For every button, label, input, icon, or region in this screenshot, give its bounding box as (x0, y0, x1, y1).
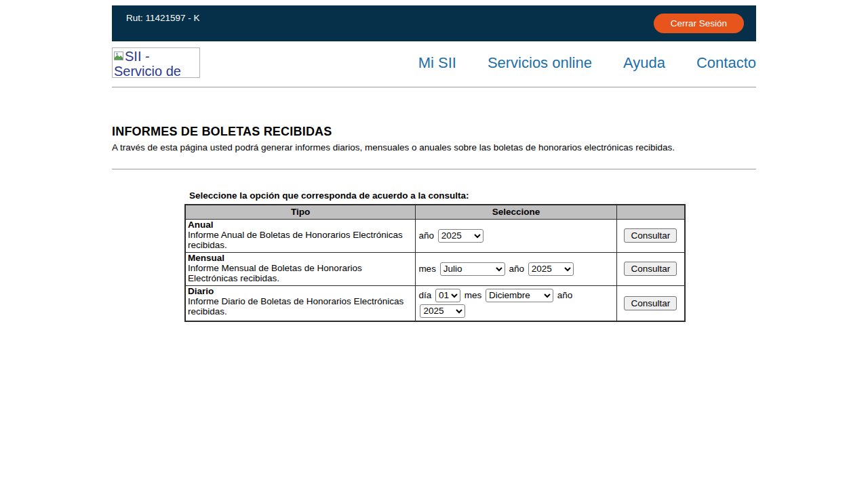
anual-select-cell: año 2025 (416, 219, 616, 252)
consult-table: Tipo Seleccione Anual Informe Anual de B… (184, 204, 686, 322)
diario-month-select[interactable]: Diciembre (486, 289, 553, 302)
diario-year-row: 2025 (418, 304, 613, 319)
diario-month-label: mes (465, 290, 482, 300)
header-divider (112, 87, 756, 87)
col-header-tipo: Tipo (185, 205, 416, 219)
table-row-anual: Anual Informe Anual de Boletas de Honora… (185, 219, 685, 252)
sii-logo-link[interactable]: SII - Servicio de (112, 47, 200, 78)
section-divider (112, 169, 756, 169)
anual-type-label: Anual (188, 220, 214, 230)
mensual-year-label: año (509, 264, 524, 274)
session-bar: Rut: 11421597 - K Cerrar Sesión (112, 5, 756, 41)
nav-contacto[interactable]: Contacto (696, 54, 756, 72)
mensual-year-select[interactable]: 2025 (528, 262, 574, 276)
diario-action-cell: Consultar (616, 285, 685, 321)
mensual-month-select[interactable]: Julio (440, 262, 505, 276)
consult-prompt: Seleccione la opción que corresponda de … (189, 190, 686, 201)
logout-button[interactable]: Cerrar Sesión (654, 14, 744, 33)
anual-action-cell: Consultar (616, 219, 685, 252)
mensual-tipo-cell: Mensual Informe Mensual de Boletas de Ho… (185, 252, 416, 285)
main-nav: Mi SII Servicios online Ayuda Contacto (418, 54, 756, 72)
mensual-month-label: mes (418, 264, 436, 274)
anual-type-description: Informe Anual de Boletas de Honorarios E… (188, 230, 403, 250)
mensual-type-description: Informe Mensual de Boletas de Honorarios… (188, 263, 362, 283)
page-container: Rut: 11421597 - K Cerrar Sesión SII - Se… (112, 5, 756, 322)
broken-image-icon (114, 50, 124, 64)
anual-consultar-button[interactable]: Consultar (624, 228, 677, 243)
mensual-type-label: Mensual (188, 253, 224, 263)
mensual-select-cell: mes Julio año 2025 (416, 252, 616, 285)
diario-year-label: año (557, 290, 573, 300)
anual-year-select[interactable]: 2025 (438, 229, 484, 243)
anual-tipo-cell: Anual Informe Anual de Boletas de Honora… (185, 219, 416, 252)
diario-consultar-button[interactable]: Consultar (624, 296, 677, 310)
consult-section: Seleccione la opción que corresponda de … (184, 190, 686, 322)
diario-type-description: Informe Diario de Boletas de Honorarios … (188, 296, 403, 317)
nav-ayuda[interactable]: Ayuda (623, 54, 665, 72)
diario-day-label: día (418, 290, 431, 300)
mensual-action-cell: Consultar (616, 252, 685, 285)
diario-day-select[interactable]: 01 (435, 289, 460, 302)
header-row: SII - Servicio de Mi SII Servicios onlin… (112, 41, 756, 85)
table-row-mensual: Mensual Informe Mensual de Boletas de Ho… (185, 252, 685, 285)
table-header-row: Tipo Seleccione (185, 205, 685, 219)
diario-year-select[interactable]: 2025 (420, 304, 465, 318)
page-description: A través de esta página usted podrá gene… (112, 142, 756, 152)
nav-mi-sii[interactable]: Mi SII (418, 54, 456, 72)
diario-tipo-cell: Diario Informe Diario de Boletas de Hono… (185, 285, 416, 321)
diario-select-cell: día 01 mes Diciembre año 2025 (416, 285, 616, 321)
page-title: INFORMES DE BOLETAS RECIBIDAS (112, 125, 756, 139)
rut-label: Rut: 11421597 - K (126, 13, 200, 41)
diario-type-label: Diario (188, 286, 214, 296)
col-header-action (616, 205, 685, 219)
col-header-seleccione: Seleccione (416, 205, 616, 219)
mensual-consultar-button[interactable]: Consultar (624, 262, 677, 276)
anual-year-label: año (418, 230, 434, 241)
nav-servicios-online[interactable]: Servicios online (488, 54, 592, 72)
table-row-diario: Diario Informe Diario de Boletas de Hono… (185, 285, 685, 321)
